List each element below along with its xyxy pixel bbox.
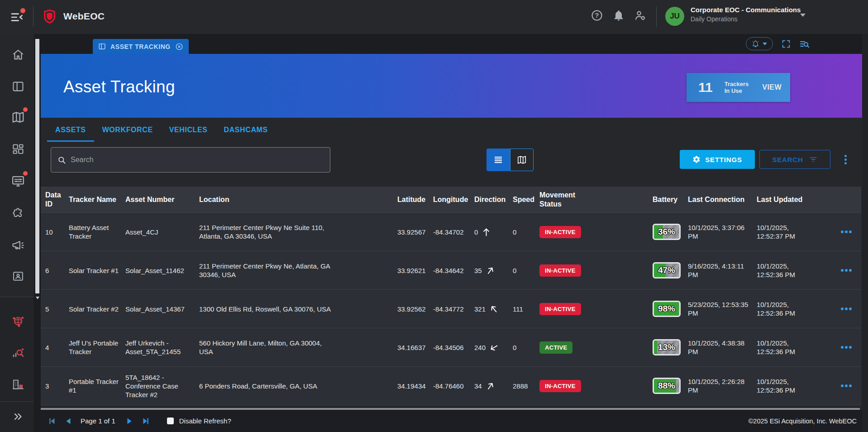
- board-search-icon[interactable]: [799, 38, 810, 49]
- sidebar: [0, 34, 34, 432]
- cell-asset-number: Solar_Asset_14367: [125, 305, 185, 313]
- direction-arrow-icon: [487, 302, 501, 316]
- table-row[interactable]: 4 Jeff U's Portable Tracker Jeff Urkevic…: [41, 328, 861, 367]
- last-page-button[interactable]: [141, 416, 151, 426]
- cell-direction: 35: [474, 267, 482, 274]
- col-speed[interactable]: Speed: [513, 195, 534, 204]
- col-location[interactable]: Location: [199, 195, 229, 204]
- battery-percent: 47%: [654, 264, 679, 277]
- movement-status-badge: ACTIVE: [539, 341, 572, 354]
- help-button[interactable]: ?: [591, 9, 603, 22]
- search-input[interactable]: [71, 156, 324, 164]
- notifications-bell-button[interactable]: [612, 9, 625, 22]
- table-row[interactable]: 10 Battery Asset Tracker Asset_4CJ 211 P…: [41, 213, 861, 251]
- panel-scrollbar-down-arrow[interactable]: [36, 297, 39, 299]
- sidebar-item-dashboards[interactable]: [5, 138, 31, 161]
- sidebar-item-boards[interactable]: [5, 75, 31, 98]
- previous-page-button[interactable]: [63, 416, 73, 426]
- map-view-button[interactable]: [510, 149, 534, 171]
- disable-refresh-checkbox[interactable]: [167, 418, 174, 424]
- col-direction[interactable]: Direction: [474, 195, 506, 204]
- row-actions-menu[interactable]: [841, 307, 852, 310]
- cell-direction: 0: [474, 228, 478, 236]
- col-data-id[interactable]: Data ID: [45, 191, 64, 209]
- tab-workforce[interactable]: WORKFORCE: [94, 118, 161, 142]
- tab-dashcams[interactable]: DASHCAMS: [216, 118, 276, 142]
- first-page-button[interactable]: [47, 416, 57, 426]
- sidebar-item-organizations[interactable]: [5, 373, 31, 396]
- close-icon[interactable]: [175, 43, 183, 51]
- sidebar-item-plugins[interactable]: [5, 202, 31, 225]
- row-actions-menu[interactable]: [841, 230, 852, 233]
- window-scrollbar-track[interactable]: [862, 34, 868, 432]
- col-latitude[interactable]: Latitude: [397, 195, 425, 204]
- page-title: Asset Tracking: [63, 77, 175, 96]
- col-longitude[interactable]: Longitude: [433, 195, 468, 204]
- cell-data-id: 4: [45, 344, 49, 351]
- col-movement-status[interactable]: Movement Status: [539, 191, 582, 209]
- table-body: 10 Battery Asset Tracker Asset_4CJ 211 P…: [41, 213, 861, 405]
- globe-network-icon: [11, 314, 25, 328]
- sidebar-item-global-network[interactable]: [5, 309, 31, 333]
- list-icon: [493, 154, 504, 165]
- notification-dot: [23, 107, 28, 112]
- fullscreen-icon[interactable]: [781, 39, 791, 49]
- table-row[interactable]: 6 Solar Tracker #1 Solar_Asset_11462 211…: [41, 251, 861, 290]
- search-box[interactable]: [51, 147, 330, 173]
- col-last-updated[interactable]: Last Updated: [757, 195, 802, 204]
- movement-status-badge: IN-ACTIVE: [539, 226, 581, 238]
- cell-longitude: -84.34772: [433, 305, 464, 313]
- view-button[interactable]: VIEW: [762, 83, 782, 91]
- cell-speed: 0: [513, 267, 516, 274]
- megaphone-icon: [11, 239, 25, 252]
- sidebar-expand-button[interactable]: [5, 405, 31, 428]
- cell-asset-number: Jeff Urkevich - Asset_5TA_21455: [125, 339, 196, 356]
- menu-collapse-button[interactable]: [10, 10, 24, 24]
- cell-tracker-name: Battery Asset Tracker: [69, 223, 119, 240]
- page-indicator: Page 1 of 1: [81, 417, 115, 425]
- sidebar-item-contacts[interactable]: [5, 264, 31, 288]
- next-page-button[interactable]: [124, 416, 134, 426]
- col-asset-number[interactable]: Asset Number: [125, 195, 174, 204]
- board-tab-asset-tracking[interactable]: ASSET TRACKING: [93, 39, 189, 54]
- puzzle-icon: [12, 207, 24, 220]
- col-last-connection[interactable]: Last Connection: [688, 195, 744, 204]
- cell-last-updated: 10/1/2025, 12:52:37 PM: [757, 223, 807, 240]
- user-menu-caret-icon[interactable]: [800, 14, 806, 17]
- col-battery[interactable]: Battery: [653, 195, 677, 204]
- map-view-icon: [517, 155, 527, 165]
- user-admin-button[interactable]: [634, 9, 647, 22]
- sidebar-item-display-settings[interactable]: [5, 169, 31, 193]
- search-filter-button[interactable]: SEARCH: [759, 150, 830, 169]
- trackers-in-use-card[interactable]: 11 TrackersIn Use VIEW: [687, 73, 790, 102]
- panel-scrollbar-thumb[interactable]: [35, 39, 39, 293]
- cell-direction: 240: [474, 344, 486, 351]
- settings-button[interactable]: SETTINGS: [680, 150, 755, 169]
- cell-latitude: 34.16637: [397, 344, 426, 351]
- table-row[interactable]: 3 Portable Tracker #1 5TA_18642 - Confer…: [41, 367, 861, 405]
- user-menu[interactable]: Corporate EOC - Communications Daily Ope…: [691, 6, 801, 23]
- sidebar-item-home[interactable]: [5, 43, 31, 67]
- battery-percent: 36%: [654, 225, 679, 239]
- sidebar-item-maps[interactable]: [5, 106, 31, 129]
- horizontal-scrollbar[interactable]: [41, 408, 860, 410]
- row-actions-menu[interactable]: [841, 346, 852, 349]
- battery-indicator: 36%: [653, 224, 681, 240]
- sidebar-item-announcements[interactable]: [5, 234, 31, 257]
- table-row[interactable]: 5 Solar Tracker #2 Solar_Asset_14367 130…: [41, 290, 861, 328]
- cell-latitude: 33.92562: [397, 305, 426, 313]
- cell-tracker-name: Solar Tracker #2: [69, 305, 119, 313]
- sidebar-item-analytics-search[interactable]: [5, 341, 31, 365]
- list-view-button[interactable]: [486, 149, 510, 171]
- avatar[interactable]: JU: [665, 7, 684, 26]
- row-actions-menu[interactable]: [841, 269, 852, 272]
- cell-location: 560 Hickory Mill Lane, Milton, GA 30004,…: [199, 339, 335, 356]
- board-header: Asset Tracking 11 TrackersIn Use VIEW: [41, 54, 862, 118]
- more-options-menu[interactable]: [841, 153, 850, 166]
- col-tracker-name[interactable]: Tracker Name: [69, 195, 116, 204]
- tab-vehicles[interactable]: VEHICLES: [161, 118, 216, 142]
- alerts-dropdown-button[interactable]: [746, 37, 773, 50]
- board-tab-strip: ASSET TRACKING: [41, 34, 862, 54]
- tab-assets[interactable]: ASSETS: [47, 118, 94, 142]
- row-actions-menu[interactable]: [841, 384, 852, 387]
